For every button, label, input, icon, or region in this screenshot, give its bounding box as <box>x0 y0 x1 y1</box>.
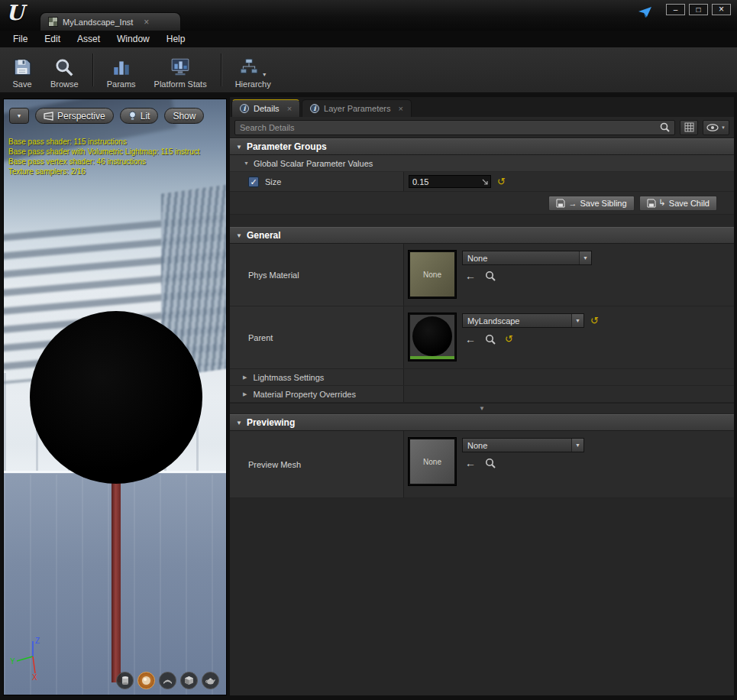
search-row: ▼ <box>230 117 734 138</box>
platform-stats-button[interactable]: Platform Stats <box>145 47 216 92</box>
save-child-label: Save Child <box>669 199 710 208</box>
menubar: File Edit Asset Window Help <box>0 31 737 47</box>
menu-window[interactable]: Window <box>108 32 158 46</box>
use-selected-asset-icon[interactable]: ← <box>465 334 476 345</box>
category-previewing[interactable]: ▼ Previewing <box>230 414 734 431</box>
parent-thumbnail[interactable] <box>409 313 456 361</box>
tab-layer-parameters[interactable]: i Layer Parameters × <box>302 99 412 117</box>
browse-to-asset-icon[interactable] <box>485 271 496 281</box>
tab-details[interactable]: i Details × <box>231 99 300 117</box>
minimize-button[interactable]: – <box>666 4 685 15</box>
show-button[interactable]: Show <box>164 108 204 124</box>
chevron-down-icon: ▼ <box>575 442 580 448</box>
phys-material-label: Phys Material <box>248 271 299 280</box>
shader-stats: Base pass shader: 115 instructions Base … <box>8 137 200 177</box>
preview-mesh-thumbnail[interactable]: None <box>409 438 456 485</box>
material-property-overrides-row[interactable]: ▶ Material Property Overrides <box>230 386 734 403</box>
search-details-input[interactable] <box>240 123 657 132</box>
menu-edit[interactable]: Edit <box>36 32 69 46</box>
subcategory-global-scalar[interactable]: ▼ Global Scalar Parameter Values <box>230 155 734 172</box>
lightbulb-icon <box>128 111 137 121</box>
category-general[interactable]: ▼ General <box>230 227 734 244</box>
params-label: Params <box>107 79 136 89</box>
phys-material-dropdown[interactable]: None ▼ <box>462 251 592 265</box>
floppy-disk-icon <box>12 57 32 77</box>
material-type-strip <box>410 356 454 359</box>
preview-shape-plane-button[interactable] <box>159 672 176 689</box>
phys-material-row: Phys Material None None ▼ ← <box>230 244 734 306</box>
document-tab-close-icon[interactable]: × <box>144 17 149 28</box>
viewport-canvas[interactable] <box>4 99 226 695</box>
size-value-input[interactable] <box>409 177 481 186</box>
parent-row: Parent MyLandscape ▼ <box>230 306 734 369</box>
viewport-options-button[interactable]: ▼ <box>9 108 29 124</box>
preview-shape-teapot-button[interactable] <box>202 672 219 689</box>
expander-arrow-icon: ▼ <box>479 405 485 412</box>
params-button[interactable]: Params <box>98 47 145 92</box>
save-label: Save <box>12 79 31 89</box>
details-tab-bar: i Details × i Layer Parameters × <box>230 97 734 117</box>
preview-shape-cylinder-button[interactable] <box>116 672 134 689</box>
browse-to-asset-icon[interactable] <box>485 334 496 345</box>
document-tab[interactable]: MyLandscape_Inst × <box>40 12 181 31</box>
document-tab-title: MyLandscape_Inst <box>63 18 133 27</box>
browse-label: Browse <box>50 79 79 89</box>
browse-button[interactable]: Browse <box>41 47 88 92</box>
lightmass-settings-label: Lightmass Settings <box>253 373 324 382</box>
perspective-icon <box>44 112 53 121</box>
preview-mesh-value: None <box>463 441 571 450</box>
parent-reset-icon[interactable]: ↺ <box>590 315 599 326</box>
maximize-button[interactable]: □ <box>689 4 708 15</box>
size-override-checkbox[interactable]: ✓ <box>248 177 259 187</box>
toolbar-separator <box>92 53 93 86</box>
parent-reset-to-default-icon[interactable]: ↺ <box>505 333 513 345</box>
preview-mesh-label: Preview Mesh <box>248 460 301 469</box>
category-parameter-groups[interactable]: ▼ Parameter Groups <box>230 138 734 155</box>
child-arrow-icon: ↳ <box>659 198 666 208</box>
hierarchy-label: Hierarchy <box>235 79 271 89</box>
parent-label: Parent <box>248 333 273 342</box>
lightmass-settings-row[interactable]: ▶ Lightmass Settings <box>230 369 734 386</box>
stat-line: Base pass vertex shader: 46 instructions <box>8 157 200 167</box>
hierarchy-dropdown-icon[interactable]: ▼ <box>262 72 267 77</box>
menu-asset[interactable]: Asset <box>69 32 108 46</box>
lit-label: Lit <box>141 111 150 122</box>
phys-material-thumbnail[interactable]: None <box>409 251 456 298</box>
property-matrix-button[interactable] <box>680 120 698 135</box>
menu-help[interactable]: Help <box>158 32 194 46</box>
floppy-disk-icon <box>556 199 565 208</box>
floppy-disk-icon <box>647 199 656 208</box>
tab-close-icon[interactable]: × <box>287 104 292 113</box>
show-label: Show <box>173 111 196 122</box>
details-panel: i Details × i Layer Parameters × <box>230 97 734 695</box>
use-selected-asset-icon[interactable]: ← <box>465 271 476 281</box>
save-sibling-button[interactable]: → Save Sibling <box>548 196 634 211</box>
collapse-arrow-icon: ▼ <box>236 144 242 151</box>
save-child-button[interactable]: ↳ Save Child <box>639 196 717 211</box>
preview-shape-sphere-button[interactable] <box>137 672 155 689</box>
preview-shape-cube-button[interactable] <box>180 672 198 689</box>
view-options-button[interactable]: ▼ <box>703 120 729 135</box>
titlebar[interactable]: U MyLandscape_Inst × – □ × <box>0 0 737 31</box>
use-selected-asset-icon[interactable]: ← <box>465 458 476 468</box>
notification-icon[interactable] <box>638 6 653 18</box>
perspective-button[interactable]: Perspective <box>35 108 114 124</box>
close-window-button[interactable]: × <box>712 4 731 15</box>
eye-icon <box>706 124 719 131</box>
phys-material-thumb-text: None <box>423 271 441 279</box>
advanced-expander[interactable]: ▼ <box>230 403 734 414</box>
window-controls: – □ × <box>666 4 731 15</box>
size-reset-icon[interactable]: ↺ <box>497 176 506 187</box>
preview-mesh-dropdown[interactable]: None ▼ <box>462 438 584 452</box>
lit-button[interactable]: Lit <box>120 108 159 124</box>
browse-to-asset-icon[interactable] <box>485 458 496 468</box>
axis-z-label: Z <box>35 637 40 645</box>
hierarchy-button[interactable]: ▼ Hierarchy <box>226 47 280 92</box>
menu-file[interactable]: File <box>5 32 36 46</box>
save-button[interactable]: Save <box>3 47 41 92</box>
parent-dropdown[interactable]: MyLandscape ▼ <box>462 313 584 328</box>
search-details-box <box>234 120 675 135</box>
tab-close-icon[interactable]: × <box>399 104 403 113</box>
spin-drag-icon[interactable] <box>481 178 489 186</box>
platform-stats-label: Platform Stats <box>154 79 207 89</box>
